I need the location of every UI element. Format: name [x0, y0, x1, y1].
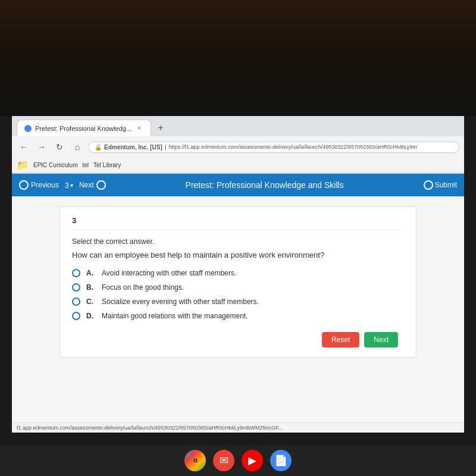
next-icon — [96, 180, 106, 190]
bookmark-epic[interactable]: EPIC Curriculum — [33, 162, 77, 168]
tab-close-button[interactable]: × — [135, 124, 143, 133]
chrome-icon[interactable]: ⚬ — [184, 450, 206, 471]
bookmark-tel-short[interactable]: tel — [82, 162, 89, 168]
previous-label: Previous — [31, 181, 59, 189]
refresh-button[interactable]: ↻ — [52, 140, 67, 154]
next-toolbar-button[interactable]: Next — [79, 180, 106, 190]
new-tab-button[interactable]: + — [154, 121, 168, 135]
back-button[interactable]: ← — [17, 140, 31, 154]
action-buttons: Reset Next — [72, 332, 404, 347]
previous-button[interactable]: Previous — [19, 180, 59, 190]
answer-text-d: Maintain good relations with the managem… — [102, 312, 248, 320]
submit-icon — [424, 180, 433, 190]
forward-button[interactable]: → — [35, 140, 49, 154]
answer-option-a[interactable]: A. Avoid interacting with other staff me… — [72, 269, 404, 277]
bookmarks-folder-icon: 📁 — [17, 159, 29, 171]
radio-b[interactable] — [72, 283, 80, 292]
bookmarks-bar: 📁 EPIC Curriculum tel Tel Library — [12, 158, 464, 173]
chevron-down-icon: ▾ — [70, 182, 73, 189]
submit-label: Submit — [435, 181, 457, 189]
answer-text-b: Focus on the good things. — [102, 283, 184, 292]
question-card: 3 Select the correct answer. How can an … — [60, 206, 416, 358]
tab-label: Pretest: Professional Knowledg... — [35, 125, 131, 132]
status-url: f1.app.edmentum.com/assessments-delivery… — [17, 425, 283, 431]
radio-d[interactable] — [72, 312, 80, 320]
answer-options: A. Avoid interacting with other staff me… — [72, 269, 404, 320]
answer-letter-c: C. — [86, 298, 96, 306]
active-tab[interactable]: Pretest: Professional Knowledg... × — [17, 120, 151, 136]
answer-letter-b: B. — [86, 283, 96, 292]
url-path: https://f1.app.edmentum.com/assessments-… — [168, 144, 416, 150]
radio-c[interactable] — [72, 298, 80, 306]
mail-icon[interactable]: ✉ — [213, 450, 234, 471]
reset-button[interactable]: Reset — [322, 332, 359, 347]
previous-icon — [19, 180, 29, 190]
taskbar: ⚬ ✉ ▶ 📄 — [0, 445, 476, 476]
question-number: 3 — [72, 216, 404, 230]
main-content: 3 Select the correct answer. How can an … — [12, 196, 464, 422]
next-toolbar-label: Next — [79, 181, 94, 189]
files-icon[interactable]: 📄 — [270, 450, 292, 471]
lock-icon: 🔒 — [95, 144, 102, 151]
question-text: How can an employee best help to maintai… — [72, 250, 404, 259]
url-site: Edmentum, Inc. [US] — [104, 144, 162, 151]
answer-text-a: Avoid interacting with other staff membe… — [102, 269, 236, 277]
answer-option-b[interactable]: B. Focus on the good things. — [72, 283, 404, 292]
tab-favicon — [24, 125, 32, 132]
answer-letter-a: A. — [86, 269, 96, 277]
answer-text-c: Socialize every evening with other staff… — [102, 298, 259, 306]
youtube-icon[interactable]: ▶ — [242, 450, 263, 471]
answer-option-d[interactable]: D. Maintain good relations with the mana… — [72, 312, 404, 320]
submit-button[interactable]: Submit — [424, 180, 457, 190]
url-separator: | — [165, 144, 167, 151]
tab-bar: Pretest: Professional Knowledg... × + — [12, 116, 464, 136]
address-bar: ← → ↻ ⌂ 🔒 Edmentum, Inc. [US] | https://… — [12, 136, 464, 158]
status-bar: f1.app.edmentum.com/assessments-delivery… — [12, 422, 464, 433]
bookmark-tel-library[interactable]: Tel Library — [93, 162, 121, 168]
radio-a[interactable] — [72, 269, 80, 277]
answer-option-c[interactable]: C. Socialize every evening with other st… — [72, 298, 404, 306]
current-question-number: 3 — [65, 181, 69, 190]
url-bar[interactable]: 🔒 Edmentum, Inc. [US] | https://f1.app.e… — [88, 142, 459, 153]
app-toolbar: Previous 3 ▾ Next Pretest: Professional … — [12, 174, 464, 196]
question-number-display: 3 ▾ — [65, 181, 73, 190]
exam-title: Pretest: Professional Knowledge and Skil… — [112, 180, 418, 190]
answer-letter-d: D. — [86, 312, 96, 320]
next-button[interactable]: Next — [364, 332, 398, 347]
home-button[interactable]: ⌂ — [70, 140, 84, 154]
question-instruction: Select the correct answer. — [72, 237, 404, 246]
